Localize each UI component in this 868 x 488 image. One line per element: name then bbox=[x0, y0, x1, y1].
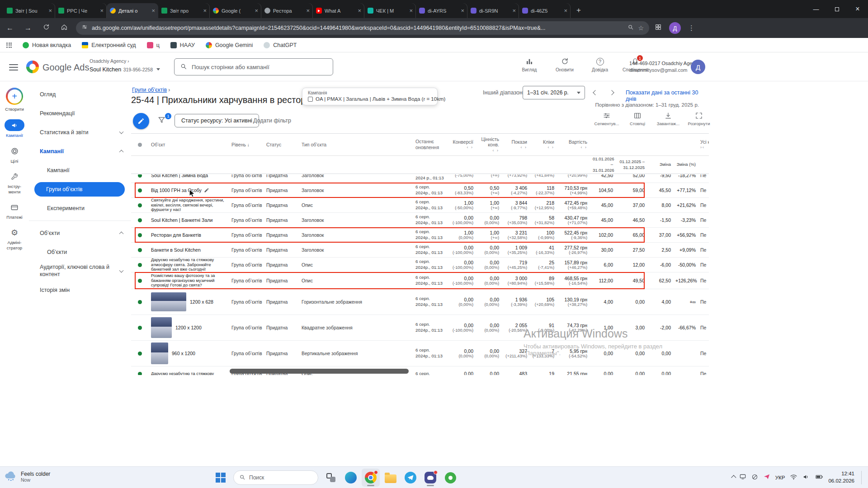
asset-name[interactable]: 1200 x 1200 bbox=[149, 316, 230, 339]
taskbar-app-telegram[interactable] bbox=[401, 469, 420, 487]
browser-tab[interactable]: Звіт про × bbox=[158, 3, 210, 18]
maximize-button[interactable] bbox=[826, 0, 847, 18]
browser-tab[interactable]: di-46Z5 × bbox=[519, 3, 571, 18]
col-header-type[interactable]: Тип об’єкта bbox=[300, 141, 414, 149]
table-row[interactable]: Даруємо незабутню та стяжкову атмосферу … bbox=[131, 258, 709, 272]
sidebar-item[interactable]: Об’єкти bbox=[29, 243, 131, 262]
asset-name[interactable]: Від 1000 ГРН за Особу bbox=[149, 187, 230, 194]
browser-tab[interactable]: Google ( × bbox=[210, 3, 261, 18]
table-row[interactable]: 1200 x 628Група об’єктівПридатнаГоризонт… bbox=[131, 289, 709, 315]
edit-button[interactable] bbox=[133, 113, 149, 129]
table-row[interactable]: Банкети в Soul KitchenГрупа об’єктівПрид… bbox=[131, 243, 709, 258]
breadcrumb[interactable]: Групи об’єктів› bbox=[132, 87, 170, 93]
asset-name[interactable]: Soul Kitchen | Зимна Вода bbox=[149, 174, 230, 179]
volume-icon[interactable] bbox=[802, 473, 810, 483]
bookmark-item[interactable]: Google Gemini bbox=[206, 42, 253, 48]
add-filter-button[interactable]: Додати фільтр bbox=[253, 117, 291, 124]
asset-image-thumbnail[interactable] bbox=[151, 317, 172, 338]
select-all-dot[interactable] bbox=[131, 142, 149, 148]
browser-tab[interactable]: ЧЕК | М × bbox=[364, 3, 416, 18]
next-period-button[interactable] bbox=[606, 87, 618, 99]
asset-image-thumbnail[interactable] bbox=[151, 343, 168, 364]
taskbar-app-green-app[interactable] bbox=[441, 469, 459, 487]
start-button[interactable] bbox=[212, 469, 230, 487]
minimize-button[interactable]: — bbox=[806, 0, 826, 18]
sidebar-item[interactable]: Експерименти bbox=[29, 199, 131, 218]
forward-icon[interactable]: → bbox=[23, 24, 33, 32]
taskbar-app-chrome[interactable] bbox=[362, 469, 380, 487]
table-row[interactable]: 1200 x 1200Група об’єктівПридатнаКвадрат… bbox=[131, 315, 709, 341]
tab-close-icon[interactable]: × bbox=[564, 7, 567, 14]
table-row[interactable]: 960 x 1200Група об’єктівПридатнаВертикал… bbox=[131, 341, 709, 366]
bookmark-item[interactable]: Новая вкладка bbox=[23, 42, 71, 48]
asset-image-thumbnail[interactable] bbox=[151, 292, 186, 311]
header-action-refresh[interactable]: Оновити bbox=[552, 56, 578, 72]
rail-item-admin[interactable]: ⚙ Адміні- стратор bbox=[7, 227, 22, 250]
asset-name[interactable]: Розмістимо вашу фотозону та за бажанням … bbox=[149, 272, 230, 289]
sidebar-item[interactable]: Огляд bbox=[29, 85, 131, 104]
browser-tab[interactable]: PPC | Че × bbox=[55, 3, 107, 18]
back-icon[interactable]: ← bbox=[5, 24, 15, 32]
wifi-icon[interactable] bbox=[790, 473, 797, 483]
col-header-level[interactable]: Рівень ↓ bbox=[230, 141, 264, 149]
bookmark-star-icon[interactable]: ☆ bbox=[638, 24, 644, 32]
sidebar-item[interactable]: Аудиторії, ключові слова й контент bbox=[29, 262, 131, 281]
asset-name[interactable]: 1200 x 628 bbox=[149, 291, 230, 312]
hamburger-menu-icon[interactable] bbox=[9, 62, 18, 72]
header-action-chart[interactable]: Вигляд bbox=[516, 56, 542, 72]
home-icon[interactable] bbox=[59, 23, 70, 33]
tray-chevron-up-icon[interactable] bbox=[731, 475, 736, 480]
address-bar[interactable]: ads.google.com/aw/unifiedassetreport/pma… bbox=[76, 21, 649, 35]
asset-name[interactable]: Даруємо незабутню та стяжкову bbox=[149, 371, 230, 375]
sidebar-item[interactable]: Кампанії bbox=[29, 142, 131, 161]
taskbar-app-task-view[interactable] bbox=[322, 469, 340, 487]
rail-item-campaign[interactable]: Кампанії bbox=[5, 119, 24, 138]
tab-close-icon[interactable]: × bbox=[512, 7, 516, 14]
col-header-updated[interactable]: Останнє оновлення bbox=[414, 138, 448, 151]
browser-tab[interactable]: Звіт | Sou × bbox=[4, 3, 55, 18]
date-range-selector[interactable]: 1–31 січ. 2026 р. bbox=[523, 86, 585, 99]
table-row[interactable]: Даруємо незабутню та стяжковуГрупа об’єк… bbox=[131, 366, 709, 375]
ads-search-input[interactable]: Пошук сторінки або кампанії bbox=[174, 58, 333, 75]
asset-name[interactable]: 960 x 1200 bbox=[149, 342, 230, 365]
battery-icon[interactable] bbox=[815, 473, 823, 483]
horizontal-scrollbar[interactable] bbox=[230, 369, 409, 374]
tab-close-icon[interactable]: × bbox=[100, 7, 104, 14]
weather-widget[interactable]: Feels colderNow bbox=[4, 469, 50, 484]
taskbar-app-edge[interactable] bbox=[342, 469, 360, 487]
browser-tab[interactable]: di-SR9N × bbox=[467, 3, 519, 18]
bookmark-item[interactable]: Електронний суд bbox=[82, 42, 136, 48]
tab-close-icon[interactable]: × bbox=[255, 7, 258, 14]
col-header-all-conv[interactable]: Усі конв.›‹ bbox=[698, 138, 709, 151]
bookmark-item[interactable]: ц bbox=[147, 42, 160, 48]
filter-funnel-icon[interactable]: 1 bbox=[157, 116, 168, 127]
tab-close-icon[interactable]: × bbox=[151, 7, 155, 14]
rail-item-create[interactable]: + Створити bbox=[5, 88, 24, 112]
table-row[interactable]: Soul Kitchen | Зимна ВодаГрупа об’єктівП… bbox=[131, 174, 709, 183]
browser-tab[interactable]: di-AYRS × bbox=[416, 3, 467, 18]
col-header-conv[interactable]: Конверсії‹ › bbox=[448, 138, 476, 151]
show-last-30-days-link[interactable]: Показати дані за останні 30 днів bbox=[626, 89, 709, 102]
taskbar-app-explorer[interactable] bbox=[382, 469, 400, 487]
extensions-icon[interactable] bbox=[655, 23, 662, 33]
rail-item-goals[interactable]: Цілі bbox=[10, 146, 19, 164]
rail-item-billing[interactable]: Платежі bbox=[6, 202, 22, 220]
zoom-indicator-icon[interactable] bbox=[627, 24, 634, 32]
table-action-columns[interactable]: Стовпці bbox=[624, 111, 651, 126]
col-header-clicks[interactable]: Кліки‹ › bbox=[530, 138, 557, 151]
bookmark-item[interactable]: НААУ bbox=[170, 42, 195, 48]
tray-display-icon[interactable] bbox=[739, 473, 746, 482]
taskbar-clock[interactable]: 12:4106.02.2026 bbox=[828, 470, 854, 484]
table-row[interactable]: Soul Kitchen | Банкетні ЗалиГрупа об’єкт… bbox=[131, 213, 709, 228]
asset-name[interactable]: Ресторан для Банкетів bbox=[149, 231, 230, 239]
prev-period-button[interactable] bbox=[590, 87, 601, 99]
tab-close-icon[interactable]: × bbox=[203, 7, 207, 14]
browser-tab[interactable]: Рестора × bbox=[261, 3, 313, 18]
language-indicator[interactable]: УКР bbox=[775, 475, 785, 480]
tray-dnd-icon[interactable] bbox=[751, 474, 758, 482]
account-selector[interactable]: Osadchiy Agency › Soul Kitchen 319-956-2… bbox=[90, 58, 160, 74]
browser-tab[interactable]: What A × bbox=[313, 3, 364, 18]
sidebar-item[interactable]: Історія змін bbox=[29, 281, 131, 300]
bookmark-item[interactable]: ChatGPT bbox=[264, 42, 297, 48]
col-header-impr[interactable]: Покази‹ › bbox=[502, 138, 530, 151]
